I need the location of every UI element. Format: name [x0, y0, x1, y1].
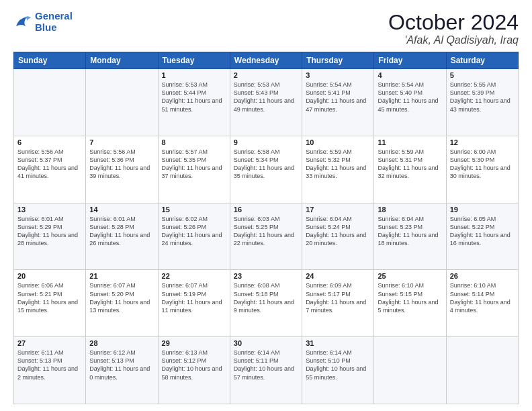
day-info: Sunrise: 6:09 AM Sunset: 5:17 PM Dayligh…	[306, 281, 370, 314]
day-info: Sunrise: 5:59 AM Sunset: 5:32 PM Dayligh…	[306, 148, 370, 181]
day-number: 6	[17, 138, 82, 146]
day-info: Sunrise: 5:53 AM Sunset: 5:43 PM Dayligh…	[234, 81, 298, 113]
day-number: 28	[89, 339, 154, 347]
calendar-week-3: 13Sunrise: 6:01 AM Sunset: 5:29 PM Dayli…	[14, 203, 519, 270]
header: General Blue October 2024 'Afak, Al Qadi…	[13, 11, 519, 46]
logo-icon	[13, 13, 32, 32]
calendar-week-2: 6Sunrise: 5:56 AM Sunset: 5:37 PM Daylig…	[14, 136, 519, 203]
calendar-week-5: 27Sunrise: 6:11 AM Sunset: 5:13 PM Dayli…	[14, 337, 519, 404]
day-number: 27	[17, 339, 82, 347]
calendar-cell: 13Sunrise: 6:01 AM Sunset: 5:29 PM Dayli…	[14, 203, 86, 270]
calendar-cell: 17Sunrise: 6:04 AM Sunset: 5:24 PM Dayli…	[302, 203, 374, 270]
day-number: 25	[378, 272, 442, 280]
location-title: 'Afak, Al Qadisiyah, Iraq	[388, 34, 519, 46]
calendar-cell: 8Sunrise: 5:57 AM Sunset: 5:35 PM Daylig…	[158, 136, 230, 203]
calendar: Sunday Monday Tuesday Wednesday Thursday…	[13, 52, 519, 404]
day-info: Sunrise: 5:53 AM Sunset: 5:44 PM Dayligh…	[162, 81, 226, 113]
day-info: Sunrise: 6:04 AM Sunset: 5:23 PM Dayligh…	[378, 215, 442, 248]
day-number: 31	[306, 339, 370, 347]
calendar-cell: 3Sunrise: 5:54 AM Sunset: 5:41 PM Daylig…	[302, 69, 374, 136]
calendar-cell: 24Sunrise: 6:09 AM Sunset: 5:17 PM Dayli…	[302, 270, 374, 337]
day-number: 26	[450, 272, 515, 280]
header-wednesday: Wednesday	[230, 52, 302, 69]
day-number: 22	[162, 272, 226, 280]
calendar-cell: 11Sunrise: 5:59 AM Sunset: 5:31 PM Dayli…	[374, 136, 446, 203]
day-number: 18	[378, 205, 442, 214]
calendar-cell	[14, 69, 86, 136]
calendar-cell: 7Sunrise: 5:56 AM Sunset: 5:36 PM Daylig…	[86, 136, 158, 203]
day-number: 7	[89, 138, 154, 146]
calendar-cell	[446, 337, 518, 404]
logo-text-general: General	[35, 10, 73, 21]
day-info: Sunrise: 6:00 AM Sunset: 5:30 PM Dayligh…	[450, 148, 515, 181]
day-info: Sunrise: 6:01 AM Sunset: 5:29 PM Dayligh…	[17, 215, 82, 248]
day-info: Sunrise: 5:56 AM Sunset: 5:37 PM Dayligh…	[17, 148, 82, 181]
day-number: 30	[234, 339, 298, 347]
day-number: 11	[378, 138, 442, 146]
day-number: 23	[234, 272, 298, 280]
day-number: 9	[234, 138, 298, 146]
day-info: Sunrise: 6:08 AM Sunset: 5:18 PM Dayligh…	[234, 281, 298, 314]
day-info: Sunrise: 6:01 AM Sunset: 5:28 PM Dayligh…	[89, 215, 154, 248]
day-info: Sunrise: 6:12 AM Sunset: 5:13 PM Dayligh…	[89, 349, 154, 381]
calendar-cell	[374, 337, 446, 404]
logo-text-blue: Blue	[35, 21, 57, 33]
calendar-cell: 31Sunrise: 6:14 AM Sunset: 5:10 PM Dayli…	[302, 337, 374, 404]
calendar-cell: 21Sunrise: 6:07 AM Sunset: 5:20 PM Dayli…	[86, 270, 158, 337]
day-info: Sunrise: 6:06 AM Sunset: 5:21 PM Dayligh…	[17, 281, 82, 314]
day-number: 13	[17, 205, 82, 214]
header-thursday: Thursday	[302, 52, 374, 69]
day-number: 24	[306, 272, 370, 280]
calendar-cell: 9Sunrise: 5:58 AM Sunset: 5:34 PM Daylig…	[230, 136, 302, 203]
calendar-cell: 4Sunrise: 5:54 AM Sunset: 5:40 PM Daylig…	[374, 69, 446, 136]
calendar-cell: 20Sunrise: 6:06 AM Sunset: 5:21 PM Dayli…	[14, 270, 86, 337]
logo: General Blue	[13, 11, 73, 33]
day-info: Sunrise: 6:13 AM Sunset: 5:12 PM Dayligh…	[162, 349, 226, 381]
calendar-week-1: 1Sunrise: 5:53 AM Sunset: 5:44 PM Daylig…	[14, 69, 519, 136]
day-info: Sunrise: 5:58 AM Sunset: 5:34 PM Dayligh…	[234, 148, 298, 181]
page: General Blue October 2024 'Afak, Al Qadi…	[0, 0, 532, 411]
month-title: October 2024	[388, 11, 519, 34]
calendar-cell: 6Sunrise: 5:56 AM Sunset: 5:37 PM Daylig…	[14, 136, 86, 203]
calendar-cell	[86, 69, 158, 136]
day-number: 10	[306, 138, 370, 146]
header-monday: Monday	[86, 52, 158, 69]
day-number: 16	[234, 205, 298, 214]
calendar-cell: 19Sunrise: 6:05 AM Sunset: 5:22 PM Dayli…	[446, 203, 518, 270]
day-info: Sunrise: 5:54 AM Sunset: 5:41 PM Dayligh…	[306, 81, 370, 113]
day-info: Sunrise: 6:07 AM Sunset: 5:20 PM Dayligh…	[89, 281, 154, 314]
day-number: 20	[17, 272, 82, 280]
day-info: Sunrise: 6:02 AM Sunset: 5:26 PM Dayligh…	[162, 215, 226, 248]
day-info: Sunrise: 5:54 AM Sunset: 5:40 PM Dayligh…	[378, 81, 442, 113]
day-info: Sunrise: 5:55 AM Sunset: 5:39 PM Dayligh…	[450, 81, 515, 113]
day-number: 1	[162, 71, 226, 79]
calendar-cell: 14Sunrise: 6:01 AM Sunset: 5:28 PM Dayli…	[86, 203, 158, 270]
calendar-cell: 23Sunrise: 6:08 AM Sunset: 5:18 PM Dayli…	[230, 270, 302, 337]
calendar-cell: 12Sunrise: 6:00 AM Sunset: 5:30 PM Dayli…	[446, 136, 518, 203]
header-sunday: Sunday	[14, 52, 86, 69]
day-info: Sunrise: 5:56 AM Sunset: 5:36 PM Dayligh…	[89, 148, 154, 181]
day-info: Sunrise: 6:10 AM Sunset: 5:15 PM Dayligh…	[378, 281, 442, 314]
day-number: 29	[162, 339, 226, 347]
day-number: 3	[306, 71, 370, 79]
day-info: Sunrise: 6:10 AM Sunset: 5:14 PM Dayligh…	[450, 281, 515, 314]
calendar-cell: 26Sunrise: 6:10 AM Sunset: 5:14 PM Dayli…	[446, 270, 518, 337]
day-number: 14	[89, 205, 154, 214]
calendar-table: Sunday Monday Tuesday Wednesday Thursday…	[13, 52, 519, 404]
calendar-cell: 16Sunrise: 6:03 AM Sunset: 5:25 PM Dayli…	[230, 203, 302, 270]
calendar-body: 1Sunrise: 5:53 AM Sunset: 5:44 PM Daylig…	[14, 69, 519, 404]
title-block: October 2024 'Afak, Al Qadisiyah, Iraq	[388, 11, 519, 46]
calendar-cell: 15Sunrise: 6:02 AM Sunset: 5:26 PM Dayli…	[158, 203, 230, 270]
calendar-cell: 18Sunrise: 6:04 AM Sunset: 5:23 PM Dayli…	[374, 203, 446, 270]
calendar-cell: 5Sunrise: 5:55 AM Sunset: 5:39 PM Daylig…	[446, 69, 518, 136]
day-number: 19	[450, 205, 515, 214]
day-info: Sunrise: 6:14 AM Sunset: 5:11 PM Dayligh…	[234, 349, 298, 381]
calendar-cell: 10Sunrise: 5:59 AM Sunset: 5:32 PM Dayli…	[302, 136, 374, 203]
day-number: 15	[162, 205, 226, 214]
calendar-cell: 30Sunrise: 6:14 AM Sunset: 5:11 PM Dayli…	[230, 337, 302, 404]
calendar-week-4: 20Sunrise: 6:06 AM Sunset: 5:21 PM Dayli…	[14, 270, 519, 337]
header-friday: Friday	[374, 52, 446, 69]
logo-text: General Blue	[35, 11, 73, 33]
day-number: 2	[234, 71, 298, 79]
day-info: Sunrise: 5:57 AM Sunset: 5:35 PM Dayligh…	[162, 148, 226, 181]
